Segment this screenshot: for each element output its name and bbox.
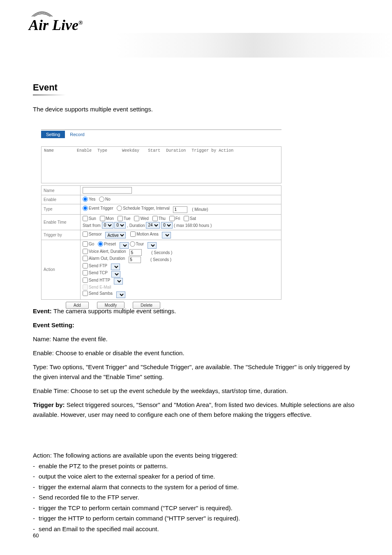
body-text: Event: The camera supports multiple even… [33,306,359,420]
tcp-select[interactable] [111,271,120,278]
samba-label: Send Samba [89,291,113,296]
day-sun[interactable] [83,216,88,221]
startfrom-label: Start from [83,223,101,227]
sensor-check[interactable] [83,231,88,237]
sensor-select[interactable]: Active [105,232,126,238]
header-gradient [115,33,392,58]
http-select[interactable] [114,278,123,284]
samba-check[interactable] [83,291,88,296]
start-min-select[interactable]: 0 [114,222,126,229]
col-triggerby: Trigger by Action [191,148,233,153]
col-duration: Duration [166,148,186,153]
tcp-check[interactable] [83,270,88,275]
voice-label: Voice Alert, Duration [89,249,126,254]
voice-check[interactable] [83,249,88,254]
motion-check[interactable] [130,231,136,237]
dur-hour-select[interactable]: 24 [146,222,160,229]
tcp-label: Send TCP [89,271,108,275]
brand-logo: Air Live® [29,16,83,34]
col-start: Start [148,148,160,153]
ftp-label: Send FTP [89,264,107,268]
dur-min-select[interactable]: 0 [161,222,173,229]
bullet6: trigger the HTTP to perform certain comm… [39,515,240,522]
name-desc: Name: Name the event file. [33,334,359,344]
bullet4: Send recorded file to the FTP server. [39,494,139,501]
minute-label: ( Minute) [192,207,208,212]
preset-radio[interactable] [98,241,103,247]
day-tue[interactable] [118,216,123,221]
enabletime-desc: Enable Time: Choose to set up the event … [33,386,359,396]
bullet3: trigger the external alarm that connects… [39,483,239,490]
enable-no-label: No [105,197,111,201]
tour-label: Tour [136,242,144,246]
action-label: Action: [33,452,53,459]
label-enable: Enable [42,195,81,204]
go-label: Go [89,242,94,246]
label-triggerby: Trigger by [42,230,81,240]
triggerby-label: Trigger by: [33,401,65,408]
day-sat[interactable] [184,216,189,221]
alarm-duration-input[interactable] [129,257,141,263]
ftp-select[interactable] [111,264,120,270]
setting-label: Event Setting: [33,321,74,328]
intro-text: The device supports multiple event setti… [33,105,359,114]
label-action: Action [42,240,81,300]
max-label: ( max 168:00 hours ) [174,223,212,227]
http-label: Send HTTP [89,278,110,282]
email-label: Send E-Mail [89,285,111,289]
tabs: Setting Record [41,131,281,138]
col-enable: Enable [77,148,92,153]
type-desc: Type: Two options, "Event Trigger" and "… [33,362,359,382]
tour-select[interactable] [148,242,157,249]
enable-yes-radio[interactable] [83,197,88,202]
type-event-radio[interactable] [83,206,88,211]
sensor-label: Sensor [89,232,102,236]
day-thu[interactable] [152,216,158,221]
event-label: Event: [33,308,53,314]
alarm-sec-label: ( Seconds ) [150,257,171,262]
logo-text: Air Live® [29,17,83,33]
type-schedule-label: Schedule Trigger, Interval [123,206,169,210]
label-enabletime: Enable Time [42,214,81,230]
tab-setting[interactable]: Setting [41,131,65,138]
voice-duration-input[interactable] [129,249,142,256]
event-list: Name Enable Type Weekday Start Duration … [41,146,281,183]
day-fri[interactable] [169,216,175,221]
start-hour-select[interactable]: 0 [102,222,113,229]
interval-input[interactable] [173,206,187,213]
title-underline [33,95,66,95]
enable-desc: Enable: Choose to enable or disable the … [33,348,359,358]
name-input[interactable] [83,187,132,194]
bullet7: send an Email to the specified mail acco… [39,525,159,532]
go-check[interactable] [83,241,88,247]
duration-label: , Duration [127,223,145,227]
alarm-check[interactable] [83,256,88,261]
action-intro: The following actions are available upon… [53,452,238,459]
ftp-check[interactable] [83,263,88,268]
http-check[interactable] [83,278,88,283]
alarm-label: Alarm Out, Duration [89,256,125,261]
motion-select[interactable] [162,232,171,238]
col-weekday: Weekday [122,148,139,153]
screenshot-panel: Setting Record Name Enable Type Weekday … [41,130,281,309]
preset-label: Preset [104,242,116,246]
form-table: Name Enable Yes No Type Event Trigger Sc… [41,185,281,300]
tab-record[interactable]: Record [65,131,89,138]
samba-select[interactable] [116,291,125,298]
email-check[interactable] [83,284,88,290]
type-event-label: Event Trigger [89,206,113,210]
enable-no-radio[interactable] [99,197,104,202]
bullet2: output the voice alert to the external s… [39,473,215,480]
page-number: 60 [33,532,39,539]
preset-select[interactable] [120,242,129,249]
voice-sec-label: ( Seconds ) [151,250,172,255]
col-name: Name [44,148,54,153]
type-schedule-radio[interactable] [117,206,122,211]
triggerby-text: Select triggered sources, "Sensor" and "… [33,401,354,418]
enable-yes-label: Yes [89,197,95,201]
action-section: Action: The following actions are availa… [33,450,359,534]
day-mon[interactable] [100,216,105,221]
bullet5: trigger the TCP to perform certain comma… [39,504,233,511]
day-wed[interactable] [134,216,139,221]
tour-radio[interactable] [130,241,135,247]
